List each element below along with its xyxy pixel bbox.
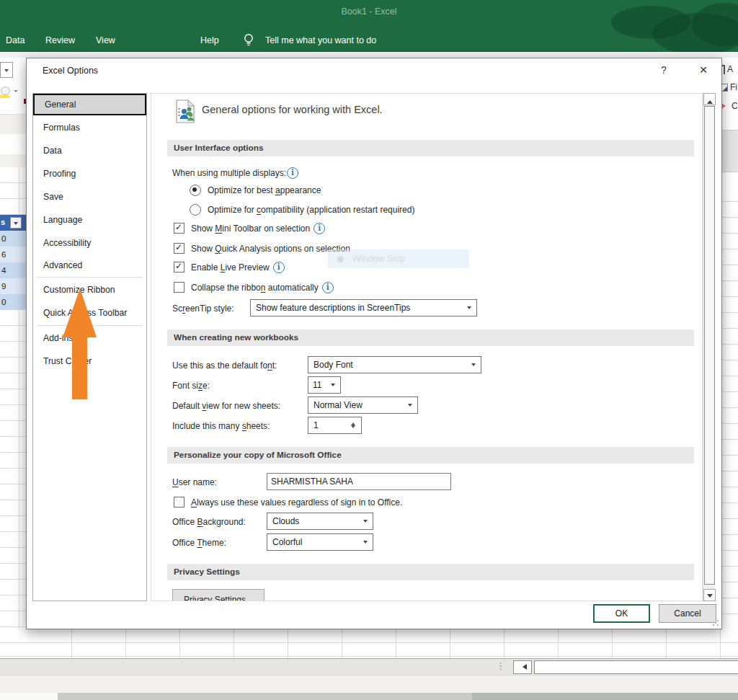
user-name-input[interactable]	[267, 473, 451, 490]
fill-label: Fi	[730, 82, 737, 92]
close-icon[interactable]: ×	[695, 62, 711, 78]
sidebar-item-formulas[interactable]: Formulas	[33, 117, 146, 138]
resize-grip[interactable]	[712, 619, 719, 626]
live-preview-checkbox-row[interactable]: Enable Live Preview	[174, 261, 285, 273]
sheet-tab-strip: ⋮	[0, 658, 738, 675]
radio-button[interactable]	[190, 204, 201, 216]
scroll-up-icon[interactable]	[703, 93, 716, 105]
table-cell[interactable]: 0	[0, 294, 26, 310]
checkbox-checked[interactable]	[174, 262, 184, 273]
dialog-scrollbar[interactable]	[703, 93, 715, 601]
sidebar-item-language[interactable]: Language	[33, 209, 146, 231]
ribbon-tab-review[interactable]: Review	[45, 35, 75, 45]
sidebar-item-save[interactable]: Save	[33, 186, 146, 208]
mini-toolbar-checkbox-row[interactable]: Show Mini Toolbar on selection	[174, 222, 325, 234]
excel-options-dialog: Excel Options ? × General Formulas Data …	[26, 58, 722, 629]
privacy-settings-button[interactable]: Privacy Settings...	[172, 589, 264, 601]
eraser-icon	[722, 102, 729, 110]
table-cell[interactable]: 0	[0, 231, 26, 247]
optimize-appearance-label: Optimize for best appearance	[208, 185, 321, 195]
default-font-dropdown[interactable]: Body Font	[308, 356, 481, 373]
sidebar-item-data[interactable]: Data	[33, 140, 146, 161]
checkbox-checked[interactable]	[174, 223, 184, 234]
grid-cells[interactable]	[722, 186, 738, 629]
excel-title-bar: Book1 - Excel Data Review View Help Tell…	[0, 0, 738, 52]
worksheet-grid[interactable]	[0, 629, 738, 658]
filter-dropdown-button[interactable]	[10, 217, 22, 229]
optimize-compatibility-label: Optimize for compatibility (application …	[208, 205, 414, 215]
fill-button-fragment[interactable]: Fi	[722, 80, 738, 94]
sidebar-item-accessibility[interactable]: Accessibility	[33, 232, 146, 254]
sidebar-item-general[interactable]: General	[33, 94, 146, 115]
table-cell[interactable]: 9	[0, 278, 26, 294]
sigma-icon	[722, 65, 725, 74]
default-view-dropdown[interactable]: Normal View	[308, 396, 418, 414]
column-header-fragment	[0, 154, 26, 168]
spinner-up-icon[interactable]	[351, 420, 355, 425]
office-theme-dropdown[interactable]: Colorful	[267, 533, 373, 551]
ghost-dot-icon	[337, 256, 344, 262]
font-size-dropdown[interactable]: 11	[308, 376, 341, 394]
dialog-title: Excel Options	[43, 66, 98, 76]
highlight-color-bar	[0, 95, 9, 98]
clear-button-fragment[interactable]: Cl	[722, 99, 738, 113]
quick-analysis-checkbox-row[interactable]: Show Quick Analysis options on selection	[174, 242, 350, 254]
font-size-combobox[interactable]	[0, 62, 13, 78]
font-size-label: Font size:	[172, 381, 210, 391]
office-background-dropdown[interactable]: Clouds	[267, 513, 373, 530]
table-header-cell: s	[0, 215, 26, 231]
table-cell[interactable]: 6	[0, 247, 26, 262]
sidebar-item-proofing[interactable]: Proofing	[33, 163, 146, 185]
gray-band	[722, 130, 738, 172]
tell-me-box[interactable]: Tell me what you want to do	[265, 35, 376, 45]
options-panel: General options for working with Excel. …	[151, 93, 703, 601]
scrollbar-thumb[interactable]	[704, 106, 715, 585]
table-cell[interactable]: 4	[0, 262, 26, 278]
help-icon[interactable]: ?	[657, 64, 671, 79]
info-icon[interactable]	[314, 223, 325, 234]
sheets-count-spinner[interactable]: 1	[308, 417, 362, 434]
scroll-down-icon[interactable]	[703, 589, 716, 601]
info-icon[interactable]	[322, 282, 334, 293]
optimize-compatibility-radio-row[interactable]: Optimize for compatibility (application …	[190, 203, 414, 216]
info-icon[interactable]	[287, 167, 298, 179]
checkbox-unchecked[interactable]	[174, 497, 184, 508]
cancel-button[interactable]: Cancel	[659, 604, 716, 623]
radio-button-selected[interactable]	[190, 185, 201, 196]
sidebar-item-advanced[interactable]: Advanced	[33, 254, 146, 276]
multiple-displays-label: When using multiple displays:	[172, 168, 286, 178]
spinner-down-icon[interactable]	[351, 425, 355, 430]
autosum-button-fragment[interactable]: A	[722, 62, 738, 76]
checkbox-checked[interactable]	[174, 243, 184, 254]
optimize-appearance-radio-row[interactable]: Optimize for best appearance	[190, 184, 321, 196]
section-new-workbooks: When creating new workbooks	[167, 329, 694, 346]
ribbon-tab-help[interactable]: Help	[200, 35, 219, 45]
table-header-text: s	[1, 218, 5, 226]
screentip-style-label: ScreenTip style:	[172, 304, 234, 314]
ribbon-tab-view[interactable]: View	[96, 35, 115, 45]
ribbon-lower-band	[0, 114, 26, 136]
clear-label: Cl	[732, 101, 738, 111]
splitter-grip-icon[interactable]: ⋮	[496, 660, 505, 671]
office-theme-label: Office Theme:	[172, 538, 226, 548]
ok-button[interactable]: OK	[593, 604, 650, 623]
autosum-label: A	[727, 64, 733, 74]
screentip-style-dropdown[interactable]: Show feature descriptions in ScreenTips	[250, 299, 477, 316]
user-name-label: User name:	[172, 477, 217, 487]
collapse-ribbon-checkbox-row[interactable]: Collapse the ribbon automatically	[174, 281, 334, 293]
hscroll-left-arrow[interactable]	[513, 660, 532, 674]
always-use-values-checkbox-row[interactable]: Always use these values regardless of si…	[174, 496, 402, 508]
info-icon[interactable]	[273, 262, 285, 273]
highlight-color-icon[interactable]	[1, 87, 10, 95]
status-bar	[0, 675, 738, 693]
ribbon-tab-data[interactable]: Data	[6, 35, 25, 45]
general-options-icon	[174, 99, 197, 124]
checkbox-unchecked[interactable]	[174, 282, 184, 293]
formula-bar-fragment	[0, 134, 26, 155]
live-preview-label: Enable Live Preview	[191, 262, 270, 273]
hscroll-track[interactable]	[534, 660, 738, 674]
chevron-down-icon[interactable]	[14, 90, 18, 94]
window-snip-ghost: Window Snip	[328, 249, 469, 268]
panel-header: General options for working with Excel.	[202, 104, 383, 115]
ghost-label: Window Snip	[352, 254, 405, 264]
